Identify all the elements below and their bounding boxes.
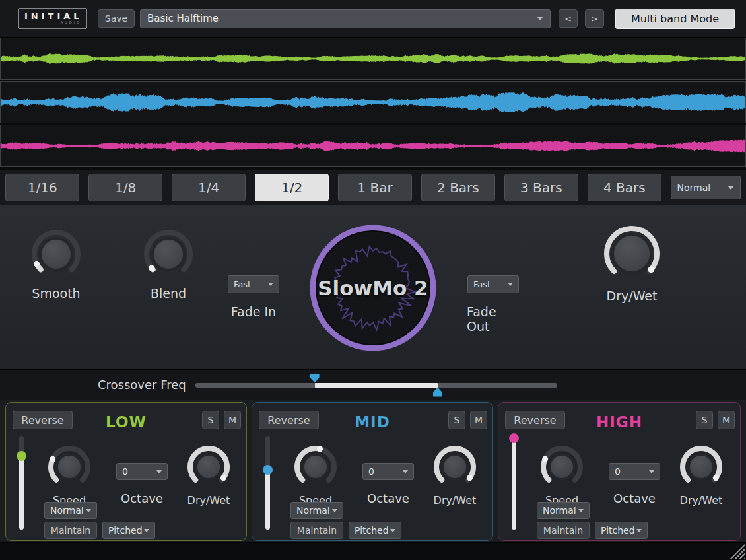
- solo-button[interactable]: S: [202, 411, 219, 429]
- fade-out-label: Fade Out: [467, 304, 520, 333]
- low-band-waveform: [0, 38, 746, 80]
- maintain-button[interactable]: Maintain: [290, 522, 343, 539]
- preset-prev-button[interactable]: <: [559, 9, 578, 28]
- initial-audio-logo: INITIAL AUDIO: [18, 8, 87, 29]
- band-mode-value: Normal: [50, 505, 84, 516]
- timing-button-row: 1/16 1/8 1/4 1/2 1 Bar 2 Bars 3 Bars 4 B…: [0, 170, 746, 205]
- octave-label: Octave: [109, 491, 175, 505]
- chevron-down-icon: [332, 509, 337, 512]
- band-mode-value: Normal: [296, 505, 330, 516]
- pitched-value: Pitched: [601, 525, 635, 536]
- chevron-down-icon: [537, 17, 543, 20]
- crossover-freq-slider[interactable]: [195, 375, 557, 395]
- mid-band-panel: Reverse MID S M Speed 0 Octave Dry/Wet N…: [252, 402, 493, 541]
- preset-dropdown-value: Basic Halftime: [147, 13, 219, 24]
- playback-mode-dropdown[interactable]: Normal: [671, 176, 741, 199]
- smooth-label: Smooth: [32, 286, 80, 300]
- crossover-freq-label: Crossover Freq: [98, 378, 186, 392]
- band-dry-wet-label: Dry/Wet: [434, 494, 477, 507]
- octave-label: Octave: [601, 491, 667, 505]
- mute-button[interactable]: M: [470, 411, 487, 429]
- chevron-down-icon: [268, 283, 273, 286]
- speed-knob[interactable]: [294, 445, 337, 491]
- timing-button-3-bars[interactable]: 3 Bars: [504, 174, 578, 201]
- band-dry-wet-knob[interactable]: [679, 445, 723, 491]
- slowmo-logo: SlowMo 2: [309, 224, 437, 352]
- solo-button[interactable]: S: [448, 411, 465, 429]
- chevron-down-icon: [403, 470, 408, 473]
- octave-value: 0: [122, 466, 128, 477]
- main-dry-wet-knob[interactable]: [603, 225, 660, 285]
- save-button[interactable]: Save: [98, 9, 135, 28]
- band-dry-wet-label: Dry/Wet: [680, 494, 723, 507]
- main-controls-section: Smooth Blend Fast Fade In SlowMo 2 Fast …: [0, 205, 746, 369]
- resize-grip[interactable]: [730, 544, 745, 559]
- timing-button-2-bars[interactable]: 2 Bars: [421, 174, 495, 201]
- mute-button[interactable]: M: [718, 411, 735, 429]
- band-mode-dropdown[interactable]: Normal: [44, 502, 97, 519]
- band-volume-slider[interactable]: [18, 436, 24, 530]
- low-band-panel: Reverse LOW S M Speed 0 Octave Dry/Wet N…: [5, 402, 247, 541]
- timing-button-1-2[interactable]: 1/2: [255, 174, 329, 201]
- playback-mode-value: Normal: [677, 182, 711, 193]
- smooth-knob[interactable]: [31, 229, 81, 282]
- band-dry-wet-knob[interactable]: [433, 445, 477, 491]
- chevron-down-icon: [390, 529, 395, 532]
- fade-in-label: Fade In: [231, 304, 276, 319]
- band-mode-dropdown[interactable]: Normal: [537, 502, 590, 519]
- band-volume-slider[interactable]: [265, 436, 271, 530]
- band-dry-wet-knob[interactable]: [187, 445, 230, 491]
- band-panels: Reverse LOW S M Speed 0 Octave Dry/Wet N…: [0, 400, 746, 542]
- fade-in-dropdown[interactable]: Fast: [228, 275, 279, 293]
- octave-dropdown[interactable]: 0: [116, 463, 168, 480]
- timing-button-1-bar[interactable]: 1 Bar: [338, 174, 412, 201]
- speed-knob[interactable]: [48, 445, 91, 491]
- crossover-active-range: [315, 383, 438, 388]
- slowmo-logo-text: SlowMo 2: [309, 224, 437, 352]
- octave-label: Octave: [355, 491, 421, 505]
- bottom-bar: [0, 542, 746, 560]
- slowmo2-plugin-window: INITIAL AUDIO Save Basic Halftime < > Mu…: [0, 0, 746, 560]
- chevron-down-icon: [508, 283, 513, 286]
- octave-value: 0: [615, 466, 621, 477]
- high-band-waveform: [0, 125, 746, 167]
- mute-button[interactable]: M: [224, 411, 241, 429]
- blend-knob[interactable]: [143, 229, 193, 282]
- crossover-low-handle[interactable]: [310, 374, 320, 383]
- pitched-value: Pitched: [355, 525, 389, 536]
- chevron-down-icon: [649, 470, 654, 473]
- logo-subtext: AUDIO: [24, 20, 81, 25]
- octave-dropdown[interactable]: 0: [609, 463, 660, 480]
- band-mode-dropdown[interactable]: Normal: [290, 502, 343, 519]
- fade-out-dropdown[interactable]: Fast: [467, 275, 519, 293]
- preset-next-button[interactable]: >: [585, 9, 604, 28]
- chevron-down-icon: [578, 509, 584, 512]
- octave-dropdown[interactable]: 0: [362, 463, 414, 480]
- timing-button-1-4[interactable]: 1/4: [172, 174, 246, 201]
- chevron-down-icon: [636, 529, 642, 532]
- band-dry-wet-label: Dry/Wet: [187, 494, 230, 507]
- band-mode-value: Normal: [543, 505, 576, 516]
- pitched-dropdown[interactable]: Pitched: [595, 522, 648, 539]
- octave-value: 0: [368, 466, 374, 477]
- chevron-down-icon: [144, 529, 149, 532]
- pitched-dropdown[interactable]: Pitched: [349, 522, 401, 539]
- pitched-dropdown[interactable]: Pitched: [102, 522, 155, 539]
- waveform-display-area: [0, 38, 746, 170]
- speed-knob[interactable]: [540, 445, 584, 491]
- crossover-section: Crossover Freq: [0, 369, 746, 400]
- multi-band-mode-button[interactable]: Multi band Mode: [615, 9, 735, 29]
- fade-in-value: Fast: [234, 279, 251, 289]
- timing-button-1-16[interactable]: 1/16: [5, 174, 79, 201]
- preset-dropdown[interactable]: Basic Halftime: [140, 9, 551, 28]
- timing-button-4-bars[interactable]: 4 Bars: [588, 174, 661, 201]
- timing-button-1-8[interactable]: 1/8: [88, 174, 162, 201]
- main-dry-wet-label: Dry/Wet: [607, 289, 658, 303]
- solo-button[interactable]: S: [696, 411, 713, 429]
- blend-label: Blend: [151, 286, 186, 300]
- crossover-high-handle[interactable]: [433, 388, 442, 397]
- maintain-button[interactable]: Maintain: [537, 522, 590, 539]
- maintain-button[interactable]: Maintain: [44, 522, 97, 539]
- fade-out-value: Fast: [473, 279, 491, 289]
- band-volume-slider[interactable]: [511, 436, 517, 530]
